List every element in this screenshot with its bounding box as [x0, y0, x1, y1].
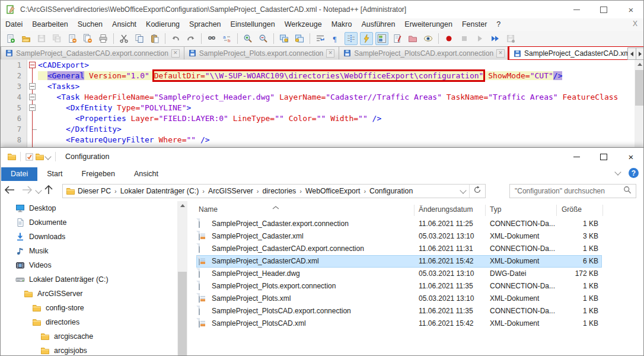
menu-item-?[interactable]: ?: [492, 18, 505, 31]
ribbon-tab-datei[interactable]: Datei: [1, 167, 37, 181]
fold-collapse-icon[interactable]: [29, 62, 36, 68]
explorer-titlebar[interactable]: Configuration ×: [1, 148, 644, 166]
maximize-icon[interactable]: [590, 148, 617, 166]
editor-scroll-thumb[interactable]: [635, 70, 644, 106]
print-icon[interactable]: [97, 32, 110, 45]
close-all-icon[interactable]: [81, 32, 94, 45]
indent-guide-icon[interactable]: [345, 32, 358, 45]
function-list-icon[interactable]: [360, 32, 373, 45]
save-all-icon[interactable]: [50, 32, 63, 45]
column-divider[interactable]: [414, 205, 415, 216]
fold-collapse-icon[interactable]: [29, 104, 36, 111]
column-divider[interactable]: [602, 205, 603, 216]
back-icon[interactable]: [4, 186, 15, 196]
minimize-icon[interactable]: [563, 148, 590, 166]
navigation-scrollbar[interactable]: [177, 201, 187, 356]
menu-item-ansicht[interactable]: Ansicht: [107, 18, 141, 31]
close-tab-icon[interactable]: ✕: [496, 49, 505, 58]
tab-scroll-left-icon[interactable]: [627, 47, 636, 60]
document-tab[interactable]: SampleProject_CadasterCAD.xml✕: [509, 46, 644, 60]
sidebar-item-musik[interactable]: Musik: [1, 244, 177, 258]
file-row[interactable]: SampleProject_Cadaster.xml05.03.2021 13:…: [190, 230, 644, 243]
sidebar-item-directories[interactable]: directories: [1, 315, 177, 329]
sidebar-item-arcgiscache[interactable]: arcgiscache: [1, 329, 177, 344]
sidebar-item-arcgisserver[interactable]: ArcGISServer: [1, 287, 177, 301]
scroll-up-icon[interactable]: [177, 201, 187, 210]
breadcrumb-separator-icon[interactable]: ›: [256, 187, 260, 195]
sidebar-item-config-store[interactable]: config-store: [1, 301, 177, 315]
close-doc-icon[interactable]: [66, 32, 79, 45]
stop-macro-icon[interactable]: [458, 32, 471, 45]
breadcrumb-separator-icon[interactable]: ›: [201, 187, 206, 195]
breadcrumb-item[interactable]: Dieser PC: [75, 187, 113, 195]
close-icon[interactable]: ×: [617, 148, 644, 166]
search-icon[interactable]: [623, 186, 636, 196]
sync-vertical-icon[interactable]: [278, 32, 291, 45]
file-row[interactable]: SampleProject_Header.dwg05.03.2021 13:10…: [190, 268, 644, 280]
search-input[interactable]: "Configuration" durchsuchen: [509, 184, 636, 198]
document-tab[interactable]: SampleProject_CadasterCAD.export.connect…: [1, 46, 184, 59]
file-row[interactable]: SampleProject_PlotsCAD.export.connection…: [190, 305, 644, 317]
ribbon-tab-start[interactable]: Start: [37, 167, 72, 181]
sidebar-item-videos[interactable]: Videos: [1, 258, 177, 272]
menu-item-kodierung[interactable]: Kodierung: [141, 18, 184, 31]
sidebar-item-downloads[interactable]: Downloads: [1, 230, 177, 244]
expand-ribbon-icon[interactable]: [614, 169, 621, 175]
undo-icon[interactable]: [169, 32, 182, 45]
replace-icon[interactable]: ab: [221, 32, 234, 45]
show-symbols-icon[interactable]: ¶: [329, 32, 342, 45]
record-macro-icon[interactable]: [442, 32, 455, 45]
ribbon-tab-freigeben[interactable]: Freigeben: [72, 167, 125, 181]
quick-access-dropdown-icon[interactable]: [44, 153, 51, 160]
word-wrap-icon[interactable]: [314, 32, 327, 45]
column-divider[interactable]: [556, 205, 557, 216]
monitoring-icon[interactable]: [422, 32, 435, 45]
sidebar-item-desktop[interactable]: Desktop: [1, 201, 177, 215]
nav-scroll-thumb[interactable]: [178, 272, 187, 356]
fold-collapse-icon[interactable]: [29, 83, 36, 90]
breadcrumb-item[interactable]: directories: [260, 187, 299, 195]
document-tab[interactable]: SampleProject_PlotsCAD.export.connection…: [339, 46, 509, 59]
new-folder-icon[interactable]: [34, 152, 44, 162]
file-row[interactable]: SampleProject_Plots.xml05.03.2021 13:10X…: [190, 293, 644, 305]
menu-item-ausfhren[interactable]: Ausführen: [356, 18, 400, 31]
file-row[interactable]: SampleProject_Plots.export.connection11.…: [190, 280, 644, 293]
up-icon[interactable]: [44, 185, 53, 197]
address-bar[interactable]: Dieser PC›Lokaler Datenträger (C:)›ArcGI…: [62, 184, 486, 198]
editor-scrollbar[interactable]: [635, 60, 644, 147]
ribbon-tab-ansicht[interactable]: Ansicht: [125, 167, 168, 181]
column-header-date[interactable]: Änderungsdatum: [419, 205, 473, 214]
cut-icon[interactable]: [117, 32, 130, 45]
copy-icon[interactable]: [133, 32, 146, 45]
address-dropdown-icon[interactable]: [460, 187, 466, 193]
menubar-close-icon[interactable]: X: [633, 20, 637, 28]
column-divider[interactable]: [485, 205, 486, 216]
history-dropdown-icon[interactable]: [35, 187, 42, 193]
close-icon[interactable]: ×: [617, 1, 644, 18]
menu-item-erweiterungen[interactable]: Erweiterungen: [400, 18, 457, 31]
fold-collapse-icon[interactable]: [29, 94, 36, 100]
menu-item-makro[interactable]: Makro: [327, 18, 357, 31]
menu-item-einstellungen[interactable]: Einstellungen: [226, 18, 280, 31]
document-map-icon[interactable]: [375, 32, 388, 45]
save-macro-icon[interactable]: [504, 32, 517, 45]
close-tab-icon[interactable]: ✕: [171, 49, 180, 58]
run-macro-icon[interactable]: [489, 32, 502, 45]
tab-scroll-right-icon[interactable]: [636, 47, 644, 60]
sync-horizontal-icon[interactable]: [293, 32, 306, 45]
maximize-icon[interactable]: [590, 1, 617, 18]
document-tab[interactable]: SampleProject_Plots.export.connection✕: [184, 46, 339, 59]
sidebar-item-lokaler-datentr-ger-c-[interactable]: Lokaler Datenträger (C:): [1, 272, 177, 287]
zoom-in-icon[interactable]: [241, 32, 254, 45]
file-row[interactable]: SampleProject_Cadaster.export.connection…: [190, 218, 644, 230]
menu-item-fenster[interactable]: Fenster: [457, 18, 492, 31]
scroll-up-icon[interactable]: [635, 60, 644, 69]
forward-icon[interactable]: [22, 186, 33, 196]
column-header-size[interactable]: Größe: [562, 205, 582, 214]
notepad-editor[interactable]: 12345678 <CADExport> <General Version="1…: [1, 60, 644, 147]
redo-icon[interactable]: [184, 32, 197, 45]
menu-item-werkzeuge[interactable]: Werkzeuge: [280, 18, 327, 31]
breadcrumb-separator-icon[interactable]: ›: [298, 187, 303, 195]
menu-item-sprachen[interactable]: Sprachen: [184, 18, 226, 31]
column-header-type[interactable]: Typ: [490, 205, 501, 214]
